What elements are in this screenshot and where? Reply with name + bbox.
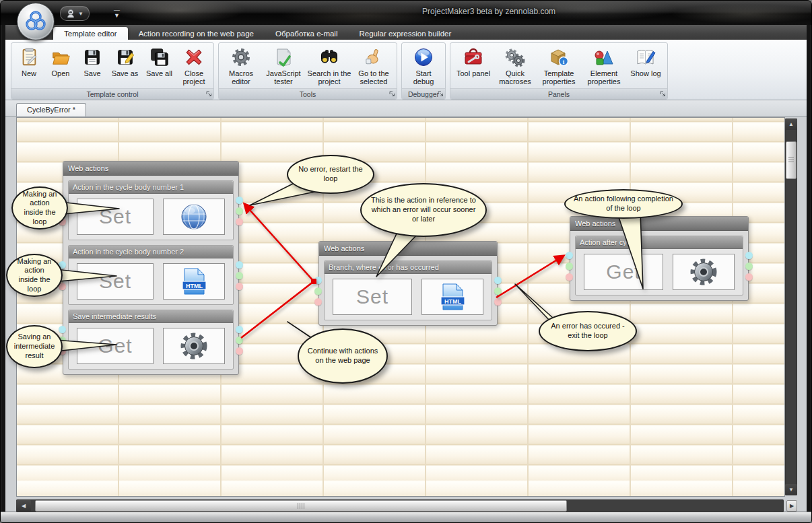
scroll-up-button[interactable]: ▲	[785, 118, 797, 130]
flow-canvas[interactable]: Web actions Action in the cycle body num…	[16, 117, 785, 497]
connection-dot-success[interactable]	[566, 263, 573, 270]
connection-dot-in[interactable]	[494, 277, 502, 284]
open-button[interactable]: Open	[44, 44, 77, 77]
gear-icon[interactable]	[673, 254, 735, 290]
globe-icon[interactable]	[163, 199, 225, 235]
connection-dot-success[interactable]	[236, 272, 243, 279]
connection-dot-in[interactable]	[745, 252, 753, 259]
connection-dot-error[interactable]	[236, 347, 243, 355]
callout-error-exit-loop[interactable]: An error has occured - exit the loop	[539, 311, 637, 351]
callout-saving-result[interactable]: Saving an intermediate result	[6, 325, 63, 368]
connection-dot-success[interactable]	[236, 207, 243, 215]
quick-access-toolbar[interactable]: ▼	[60, 6, 90, 21]
connection-dots[interactable]	[236, 326, 243, 355]
save-as-button[interactable]: Save as	[108, 44, 142, 77]
action-block-1[interactable]: Action in the cycle body number 1 Set	[68, 180, 234, 240]
connection-dot-error[interactable]	[236, 218, 243, 225]
macros-editor-button[interactable]: Macros editor	[221, 44, 261, 86]
customize-qat-button[interactable]: —▼	[114, 7, 120, 18]
html-page-icon[interactable]: HTML	[421, 279, 483, 315]
connection-dot-success[interactable]	[236, 337, 243, 344]
app-window: ▼ —▼ ProjectMaker3 beta by zennolab.com …	[0, 0, 812, 523]
tab-regex-builder[interactable]: Regular expression builder	[348, 27, 462, 40]
button-label: Element properties	[583, 69, 625, 86]
dialog-launcher-icon[interactable]	[438, 90, 444, 98]
callout-action-with-error[interactable]: This is the action in reference to which…	[360, 183, 487, 237]
tool-panel-button[interactable]: Tool panel	[452, 44, 494, 77]
flow-group-error-branch[interactable]: Web actions Branch, where error has occu…	[318, 241, 498, 326]
app-menu-orb[interactable]	[17, 3, 55, 40]
search-in-project-button[interactable]: Search in the project	[306, 44, 353, 86]
element-properties-button[interactable]: Element properties	[582, 44, 626, 86]
scroll-left-button[interactable]: ◀	[16, 500, 31, 512]
template-properties-button[interactable]: i Template properties	[536, 44, 582, 86]
connection-dot-in[interactable]	[566, 252, 573, 259]
connection-dot-in[interactable]	[236, 197, 243, 204]
callout-continue-actions[interactable]: Continue with actions on the web page	[298, 328, 388, 384]
dialog-launcher-icon[interactable]	[660, 90, 666, 98]
button-label: Tool panel	[456, 69, 490, 77]
set-action-tile[interactable]: Set	[77, 199, 154, 235]
horizontal-scrollbar[interactable]: ◀	[16, 499, 784, 512]
box-info-icon: i	[548, 46, 570, 69]
set-action-tile[interactable]: Set	[77, 263, 154, 300]
callout-making-action-1[interactable]: Making an action inside the loop	[11, 186, 68, 230]
document-tab-cyclebyerror[interactable]: CycleByError *	[16, 103, 86, 116]
vertical-scroll-thumb[interactable]	[786, 141, 797, 179]
tab-template-editor[interactable]: Template editor	[53, 27, 128, 40]
connection-dot-success[interactable]	[494, 287, 502, 295]
javascript-tester-button[interactable]: JavaScript tester	[261, 44, 306, 86]
dialog-launcher-icon[interactable]	[389, 90, 395, 98]
connection-dot-success[interactable]	[745, 263, 753, 270]
connection-dot-in[interactable]	[314, 277, 322, 284]
tab-email-processing[interactable]: Обработка e-mail	[265, 27, 349, 40]
action-block-error-branch[interactable]: Branch, where error has occurred Set HTM…	[324, 260, 492, 320]
scroll-right-button[interactable]: ▶	[786, 500, 797, 512]
button-label: New	[22, 69, 36, 77]
action-block-2[interactable]: Action in the cycle body number 2 Set HT…	[68, 245, 234, 305]
quick-macroses-button[interactable]: Quick macroses	[494, 44, 536, 86]
flow-group-after-cycle[interactable]: Web actions Action after cycle Get	[570, 216, 749, 301]
save-all-button[interactable]: Save all	[142, 44, 176, 77]
new-button[interactable]: New	[13, 44, 44, 77]
connection-dot-in[interactable]	[236, 261, 243, 269]
go-to-selected-button[interactable]: Go to the selected	[353, 44, 395, 86]
show-log-button[interactable]: Show log	[626, 44, 665, 77]
action-block-save-results[interactable]: Save intermediate results Get	[68, 310, 234, 370]
close-project-button[interactable]: Close project	[176, 44, 211, 86]
callout-making-action-2[interactable]: Making an action inside the loop	[6, 254, 63, 297]
connection-dot-success[interactable]	[314, 287, 322, 295]
button-label: Template properties	[537, 69, 580, 86]
get-action-tile[interactable]: Get	[584, 254, 663, 290]
html-page-icon[interactable]: HTML	[163, 263, 225, 300]
connection-dot-error[interactable]	[745, 273, 753, 281]
connection-dots[interactable]	[566, 252, 573, 281]
vertical-scrollbar[interactable]: ▲ ▼	[785, 118, 797, 495]
connection-dots[interactable]	[236, 197, 243, 225]
open-folder-icon	[50, 46, 71, 69]
save-button[interactable]: Save	[77, 44, 108, 77]
horizontal-scroll-thumb[interactable]	[35, 500, 567, 512]
connection-dots[interactable]	[314, 277, 322, 306]
callout-action-after-loop[interactable]: An action following completion of the lo…	[564, 189, 683, 219]
callout-no-error-restart[interactable]: No error, restart the loop	[287, 155, 374, 194]
start-debug-button[interactable]: Start debug	[404, 44, 443, 86]
tab-action-recording[interactable]: Action recording on the web page	[128, 27, 265, 40]
gear-icon[interactable]	[163, 328, 225, 364]
connection-dots[interactable]	[745, 252, 753, 281]
connection-dots[interactable]	[236, 261, 243, 290]
connection-dot-error[interactable]	[314, 298, 322, 306]
connection-dot-error[interactable]	[236, 283, 243, 290]
action-block-title: Branch, where error has occurred	[325, 261, 492, 274]
connection-dot-error[interactable]	[566, 273, 573, 281]
connection-dot-in[interactable]	[236, 326, 243, 333]
scroll-down-button[interactable]: ▼	[785, 484, 797, 495]
set-action-tile[interactable]: Set	[333, 279, 412, 315]
action-block-after-cycle[interactable]: Action after cycle Get	[575, 236, 743, 295]
dialog-launcher-icon[interactable]	[206, 90, 212, 98]
get-action-tile[interactable]: Get	[77, 328, 154, 364]
connection-dot-in[interactable]	[59, 326, 66, 333]
flow-group-cycle-body[interactable]: Web actions Action in the cycle body num…	[63, 161, 239, 375]
connection-dot-error[interactable]	[494, 298, 502, 306]
connection-dots[interactable]	[494, 277, 502, 306]
